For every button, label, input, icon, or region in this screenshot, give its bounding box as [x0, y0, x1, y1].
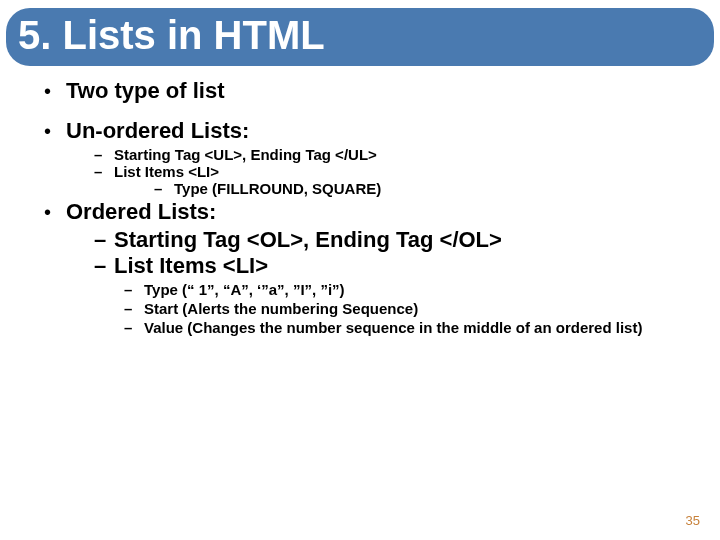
level2-list: – Starting Tag <OL>, Ending Tag </OL> – … [94, 227, 702, 337]
slide-title: 5. Lists in HTML [18, 14, 702, 56]
level3-list: – Type (“ 1”, “A”, ‘”a”, ”I”, ”i”) – Sta… [124, 281, 702, 337]
level3-text: Type (“ 1”, “A”, ‘”a”, ”I”, ”i”) [144, 281, 345, 300]
bullet-dash-icon: – [94, 227, 114, 253]
bullet-dash-icon: – [124, 319, 144, 336]
level3-list: – Type (FILLROUND, SQUARE) [154, 180, 702, 197]
level1-text: Two type of list [66, 78, 224, 104]
slide-content: • Two type of list • Un-ordered Lists: –… [0, 78, 720, 337]
bullet-dash-icon: – [124, 300, 144, 317]
level3-text: Value (Changes the number sequence in th… [144, 319, 642, 338]
list-item: • Un-ordered Lists: – Starting Tag <UL>,… [44, 118, 702, 197]
level1-list: • Two type of list • Un-ordered Lists: –… [44, 78, 702, 337]
list-item: • Ordered Lists: – Starting Tag <OL>, En… [44, 199, 702, 337]
bullet-dash-icon: – [94, 163, 114, 180]
bullet-dot-icon: • [44, 81, 66, 101]
bullet-dot-icon: • [44, 202, 66, 222]
list-item: • Two type of list [44, 78, 702, 104]
level1-text: Ordered Lists: [66, 199, 216, 225]
bullet-dash-icon: – [154, 180, 174, 197]
level3-text: Start (Alerts the numbering Sequence) [144, 300, 418, 319]
level3-text: Type (FILLROUND, SQUARE) [174, 180, 381, 197]
level2-text: List Items <LI> [114, 163, 219, 180]
list-item: – Starting Tag <OL>, Ending Tag </OL> [94, 227, 702, 253]
page-number: 35 [686, 513, 700, 528]
list-item: – Starting Tag <UL>, Ending Tag </UL> [94, 146, 702, 163]
bullet-dash-icon: – [124, 281, 144, 298]
bullet-dot-icon: • [44, 121, 66, 141]
list-item: – Start (Alerts the numbering Sequence) [124, 300, 702, 319]
list-item: – Type (“ 1”, “A”, ‘”a”, ”I”, ”i”) [124, 281, 702, 300]
level2-text: Starting Tag <UL>, Ending Tag </UL> [114, 146, 377, 163]
slide-title-bar: 5. Lists in HTML [6, 8, 714, 66]
list-item: – Type (FILLROUND, SQUARE) [154, 180, 702, 197]
bullet-dash-icon: – [94, 253, 114, 279]
list-item: – Value (Changes the number sequence in … [124, 319, 702, 338]
level2-text: List Items <LI> [114, 253, 268, 279]
list-item: – List Items <LI> – Type (“ 1”, “A”, ‘”a… [94, 253, 702, 337]
level1-text: Un-ordered Lists: [66, 118, 249, 144]
level2-text: Starting Tag <OL>, Ending Tag </OL> [114, 227, 502, 253]
level2-list: – Starting Tag <UL>, Ending Tag </UL> – … [94, 146, 702, 197]
bullet-dash-icon: – [94, 146, 114, 163]
list-item: – List Items <LI> – Type (FILLROUND, SQU… [94, 163, 702, 197]
